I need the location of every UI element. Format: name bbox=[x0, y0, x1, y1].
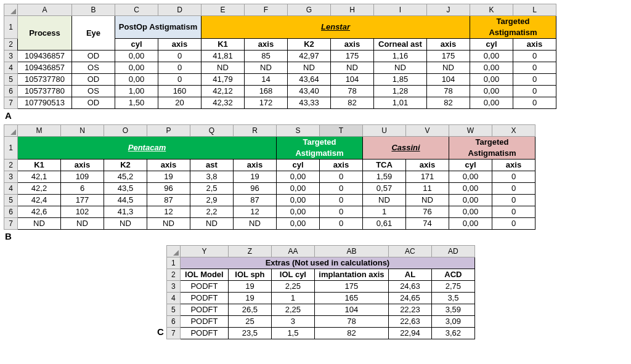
data-cell[interactable]: 82 bbox=[427, 97, 470, 109]
row-header[interactable]: 6 bbox=[166, 316, 180, 328]
data-cell[interactable]: 85 bbox=[245, 51, 288, 62]
data-cell[interactable]: 105737780 bbox=[18, 86, 72, 97]
data-cell[interactable]: ND bbox=[331, 62, 374, 74]
data-cell[interactable]: 1 bbox=[363, 206, 406, 218]
data-cell[interactable]: 0 bbox=[513, 86, 556, 97]
data-cell[interactable]: 105737780 bbox=[18, 74, 72, 86]
data-cell[interactable]: 19 bbox=[228, 281, 271, 293]
data-cell[interactable]: 0 bbox=[158, 51, 202, 62]
data-cell[interactable]: 0,00 bbox=[470, 97, 513, 109]
data-cell[interactable]: 0,00 bbox=[449, 171, 492, 183]
data-cell[interactable]: 24,63 bbox=[388, 281, 431, 293]
data-cell[interactable]: 3 bbox=[271, 316, 314, 328]
data-cell[interactable]: 3,62 bbox=[431, 328, 474, 339]
col-header[interactable]: L bbox=[513, 4, 556, 16]
data-cell[interactable]: 42,2 bbox=[18, 183, 61, 195]
data-cell[interactable]: PODFT bbox=[180, 293, 228, 304]
data-cell[interactable]: 1 bbox=[271, 293, 314, 304]
row-header[interactable]: 4 bbox=[166, 293, 180, 304]
col-header[interactable]: G bbox=[288, 4, 331, 16]
data-cell[interactable]: 175 bbox=[427, 51, 470, 62]
data-cell[interactable]: 109436857 bbox=[18, 62, 72, 74]
data-cell[interactable]: 109436857 bbox=[18, 51, 72, 62]
data-cell[interactable]: OS bbox=[72, 86, 115, 97]
data-cell[interactable]: PODFT bbox=[180, 304, 228, 316]
row-header[interactable]: 5 bbox=[4, 195, 18, 206]
col-header[interactable]: F bbox=[245, 4, 288, 16]
data-cell[interactable]: ND bbox=[363, 195, 406, 206]
data-cell[interactable]: 0 bbox=[513, 74, 556, 86]
data-cell[interactable]: ND bbox=[147, 218, 190, 230]
col-header[interactable]: Y bbox=[180, 246, 228, 257]
data-cell[interactable]: 42,1 bbox=[18, 171, 61, 183]
col-header[interactable]: U bbox=[363, 125, 406, 137]
row-header[interactable]: 2 bbox=[4, 160, 18, 171]
data-cell[interactable]: ND bbox=[374, 62, 427, 74]
data-cell[interactable]: 1,00 bbox=[115, 86, 158, 97]
data-cell[interactable]: 19 bbox=[147, 171, 190, 183]
data-cell[interactable]: 0,00 bbox=[470, 86, 513, 97]
data-cell[interactable]: ND bbox=[61, 218, 104, 230]
data-cell[interactable]: 22,94 bbox=[388, 328, 431, 339]
data-cell[interactable]: PODFT bbox=[180, 281, 228, 293]
data-cell[interactable]: 3,8 bbox=[190, 171, 234, 183]
col-header[interactable]: Z bbox=[228, 246, 271, 257]
data-cell[interactable]: ND bbox=[202, 62, 245, 74]
col-header[interactable]: AA bbox=[271, 246, 314, 257]
data-cell[interactable]: 0,00 bbox=[277, 171, 320, 183]
data-cell[interactable]: 160 bbox=[158, 86, 202, 97]
data-cell[interactable]: OD bbox=[72, 74, 115, 86]
col-header[interactable]: A bbox=[18, 4, 72, 16]
data-cell[interactable]: ND bbox=[18, 218, 61, 230]
data-cell[interactable]: 0 bbox=[513, 62, 556, 74]
data-cell[interactable]: 22,23 bbox=[388, 304, 431, 316]
data-cell[interactable]: 1,85 bbox=[374, 74, 427, 86]
data-cell[interactable]: 42,6 bbox=[18, 206, 61, 218]
data-cell[interactable]: 45,2 bbox=[104, 171, 147, 183]
row-header[interactable]: 3 bbox=[4, 51, 18, 62]
data-cell[interactable]: 78 bbox=[314, 316, 388, 328]
col-header[interactable]: J bbox=[427, 4, 470, 16]
data-cell[interactable]: 44,5 bbox=[104, 195, 147, 206]
data-cell[interactable]: 0,00 bbox=[115, 74, 158, 86]
data-cell[interactable]: 87 bbox=[234, 195, 277, 206]
data-cell[interactable]: 19 bbox=[234, 171, 277, 183]
data-cell[interactable]: 3,5 bbox=[431, 293, 474, 304]
data-cell[interactable]: 24,65 bbox=[388, 293, 431, 304]
data-cell[interactable]: 104 bbox=[331, 74, 374, 86]
row-header[interactable]: 3 bbox=[166, 281, 180, 293]
col-header[interactable]: E bbox=[202, 4, 245, 16]
data-cell[interactable]: 1,59 bbox=[363, 171, 406, 183]
data-cell[interactable]: 0,00 bbox=[449, 183, 492, 195]
data-cell[interactable]: 0 bbox=[320, 218, 363, 230]
data-cell[interactable]: 87 bbox=[147, 195, 190, 206]
data-cell[interactable]: 22,63 bbox=[388, 316, 431, 328]
data-cell[interactable]: 41,81 bbox=[202, 51, 245, 62]
data-cell[interactable]: 26,5 bbox=[228, 304, 271, 316]
data-cell[interactable]: 1,5 bbox=[271, 328, 314, 339]
data-cell[interactable]: ND bbox=[234, 218, 277, 230]
data-cell[interactable]: 3,09 bbox=[431, 316, 474, 328]
data-cell[interactable]: 175 bbox=[314, 281, 388, 293]
row-header[interactable]: 1 bbox=[4, 16, 18, 39]
data-cell[interactable]: 43,33 bbox=[288, 97, 331, 109]
col-header[interactable]: X bbox=[492, 125, 535, 137]
col-header[interactable]: V bbox=[406, 125, 449, 137]
data-cell[interactable]: 1,01 bbox=[374, 97, 427, 109]
col-header[interactable]: S bbox=[277, 125, 320, 137]
data-cell[interactable]: ND bbox=[427, 62, 470, 74]
data-cell[interactable]: 0 bbox=[320, 195, 363, 206]
data-cell[interactable]: 20 bbox=[158, 97, 202, 109]
data-cell[interactable]: 42,12 bbox=[202, 86, 245, 97]
col-header[interactable]: T bbox=[320, 125, 363, 137]
data-cell[interactable]: 82 bbox=[331, 97, 374, 109]
data-cell[interactable]: 0 bbox=[158, 62, 202, 74]
data-cell[interactable]: 19 bbox=[228, 293, 271, 304]
data-cell[interactable]: 2,25 bbox=[271, 281, 314, 293]
col-header[interactable]: C bbox=[115, 4, 158, 16]
row-header[interactable]: 4 bbox=[4, 62, 18, 74]
data-cell[interactable]: 0,00 bbox=[470, 74, 513, 86]
col-header[interactable]: W bbox=[449, 125, 492, 137]
data-cell[interactable]: 43,64 bbox=[288, 74, 331, 86]
data-cell[interactable]: 0,00 bbox=[449, 206, 492, 218]
